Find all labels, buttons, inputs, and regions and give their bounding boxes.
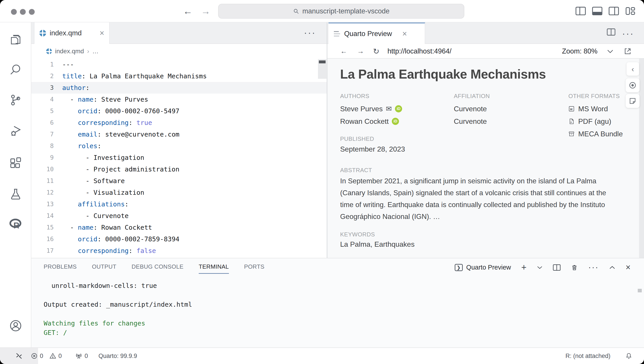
breadcrumb-file[interactable]: index.qmd [55, 48, 84, 55]
terminal-icon: ❯ [455, 264, 463, 271]
line-content: - name: Rowan Cockett [54, 222, 152, 233]
extensions-icon[interactable] [9, 157, 22, 170]
search-label: manuscript-template-vscode [302, 7, 389, 15]
ports-status[interactable]: 0 [75, 348, 88, 364]
note-tool-icon[interactable] [626, 94, 640, 108]
explorer-icon[interactable] [9, 33, 22, 46]
kill-terminal-trash-icon[interactable] [571, 264, 578, 271]
code-line[interactable]: 15 - name: Rowan Cockett [31, 222, 327, 233]
traffic-zoom-button[interactable] [29, 9, 35, 15]
r-language-icon[interactable]: R [9, 218, 22, 231]
panel-tab-problems[interactable]: PROBLEMS [44, 263, 77, 274]
format-row[interactable]: MECA Bundle [568, 128, 623, 140]
code-line[interactable]: 17 corresponding: false [31, 245, 327, 256]
code-line[interactable]: 13 affiliations: [31, 198, 327, 210]
account-icon[interactable] [9, 319, 22, 332]
editor-more-actions-icon[interactable]: ··· [304, 27, 316, 38]
code-line[interactable]: 9 - Investigation [31, 152, 327, 163]
panel-tab-ports[interactable]: PORTS [244, 263, 264, 274]
title-bar: ← → manuscript-template-vscode [0, 0, 644, 22]
terminal-scrollbar-thumb[interactable] [638, 289, 642, 292]
customize-layout-icon[interactable] [625, 7, 636, 16]
toggle-panel-icon[interactable] [592, 7, 602, 16]
line-content: --- [54, 59, 74, 70]
r-session-status[interactable]: R: (not attached) [566, 348, 610, 364]
close-icon[interactable]: × [402, 29, 407, 39]
preview-more-actions-icon[interactable]: ··· [622, 28, 634, 39]
email-icon[interactable]: ✉ [386, 105, 392, 113]
terminal-line [44, 290, 192, 300]
tab-index-qmd[interactable]: index.qmd × [34, 22, 110, 44]
tab-quarto-preview[interactable]: Quarto Preview × [328, 22, 425, 44]
preview-forward-icon[interactable]: → [357, 47, 364, 55]
notifications-bell[interactable] [625, 348, 632, 364]
published-label: PUBLISHED [340, 135, 374, 142]
toggle-secondary-sidebar-icon[interactable] [609, 7, 619, 16]
code-line[interactable]: 2title: La Palma Earthquake Mechanisms [31, 70, 327, 82]
close-panel-icon[interactable]: × [626, 263, 630, 272]
problems-status[interactable]: 0 0 [31, 348, 62, 364]
editor-tab-bar: index.qmd × ··· [31, 22, 327, 44]
format-row[interactable]: wMS Word [568, 103, 623, 115]
code-editor[interactable]: 1---2title: La Palma Earthquake Mechanis… [31, 59, 327, 258]
reload-icon[interactable]: ↻ [373, 47, 380, 56]
line-number: 10 [31, 163, 54, 175]
new-terminal-icon[interactable]: + [521, 262, 526, 272]
code-line[interactable]: 10 - Project administration [31, 163, 327, 175]
terminal-dropdown-chevron-icon[interactable] [537, 265, 543, 269]
panel-tab-terminal[interactable]: TERMINAL [199, 263, 229, 274]
preview-scrollbar[interactable] [639, 59, 644, 258]
collapse-chevron-left-icon[interactable]: ‹ [626, 62, 639, 76]
quarto-version-status[interactable]: Quarto: 99.9.9 [98, 348, 137, 364]
toggle-primary-sidebar-icon[interactable] [576, 7, 586, 16]
code-line[interactable]: 16 orcid: 0000-0002-7859-8394 [31, 233, 327, 245]
open-external-icon[interactable] [624, 48, 632, 55]
code-line[interactable]: 6 corresponding: true [31, 117, 327, 129]
run-debug-icon[interactable] [9, 124, 22, 137]
preview-back-icon[interactable]: ← [340, 47, 347, 55]
split-terminal-icon[interactable] [553, 264, 560, 271]
eye-tool-icon[interactable] [626, 78, 640, 92]
code-line[interactable]: 8 roles: [31, 140, 327, 152]
traffic-minimize-button[interactable] [20, 9, 26, 15]
preview-url[interactable]: http://localhost:4964/ [388, 47, 452, 55]
panel-tab-debug-console[interactable]: DEBUG CONSOLE [132, 263, 184, 274]
traffic-close-button[interactable] [11, 9, 17, 15]
editor-scrollbar[interactable] [318, 59, 326, 79]
zoom-level-label[interactable]: Zoom: 80% [562, 47, 598, 55]
code-line[interactable]: 1--- [31, 59, 327, 70]
breadcrumb[interactable]: index.qmd › … [31, 44, 327, 59]
terminal-session-item[interactable]: ❯ Quarto Preview [455, 264, 511, 271]
code-line[interactable]: 5 orcid: 0000-0002-0760-5497 [31, 105, 327, 117]
line-number: 6 [31, 117, 54, 129]
editor-scrollbar-thumb[interactable] [319, 61, 326, 63]
format-row[interactable]: APDF (agu) [568, 115, 623, 128]
line-number: 17 [31, 245, 54, 256]
code-line[interactable]: 3author: [31, 82, 327, 94]
breadcrumb-more[interactable]: … [92, 48, 99, 55]
command-center-search[interactable]: manuscript-template-vscode [218, 4, 464, 19]
warning-icon [50, 352, 56, 359]
panel-tab-output[interactable]: OUTPUT [92, 263, 116, 274]
terminal-output[interactable]: unroll-markdown-cells: true Output creat… [44, 281, 192, 337]
panel-more-actions-icon[interactable]: ··· [588, 263, 599, 272]
history-back-button[interactable]: ← [183, 6, 192, 17]
code-line[interactable]: 14 - Curvenote [31, 210, 327, 222]
line-number: 2 [31, 70, 54, 82]
close-icon[interactable]: × [100, 29, 104, 38]
code-line[interactable]: 4 - name: Steve Purves [31, 94, 327, 105]
code-line[interactable]: 7 email: steve@curvenote.com [31, 129, 327, 140]
terminal-line: GET: / [44, 328, 192, 337]
chevron-down-icon[interactable] [607, 49, 614, 54]
source-control-icon[interactable] [9, 94, 22, 107]
testing-icon[interactable] [9, 188, 22, 201]
orcid-icon[interactable]: iD [395, 105, 402, 112]
orcid-icon[interactable]: iD [392, 118, 399, 125]
search-icon[interactable] [9, 63, 22, 76]
code-line[interactable]: 11 - Software [31, 175, 327, 187]
maximize-panel-chevron-icon[interactable] [609, 265, 615, 270]
split-editor-icon[interactable] [607, 28, 615, 36]
code-line[interactable]: 12 - Visualization [31, 187, 327, 198]
history-forward-button[interactable]: → [201, 6, 210, 17]
warning-count: 0 [58, 352, 62, 359]
